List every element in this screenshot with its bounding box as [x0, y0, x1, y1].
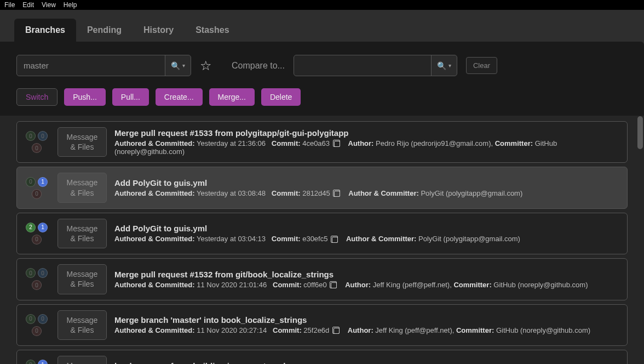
message-files-button[interactable]: Message& Files: [58, 310, 107, 340]
branch-search-dropdown[interactable]: 🔍 ▾: [165, 55, 191, 76]
merge-button[interactable]: Merge...: [209, 88, 255, 106]
copy-icon[interactable]: [334, 328, 340, 334]
tab-history[interactable]: History: [133, 19, 185, 42]
commit-list: 000Message& FilesMerge pull request #153…: [0, 116, 644, 364]
commit-row[interactable]: 000Message& FilesMerge pull request #153…: [16, 121, 628, 163]
commit-body: Add PolyGit to guis.ymlAuthored & Commit…: [114, 224, 620, 243]
badge: 0: [32, 143, 42, 153]
commit-title: Add PolyGit to guis.yml: [114, 224, 620, 233]
commit-row[interactable]: 010Message& Filesbook: remove force buil…: [16, 350, 628, 364]
commit-body: Merge pull request #1533 from polygitapp…: [114, 128, 620, 156]
create-button[interactable]: Create...: [156, 88, 203, 106]
badge: 0: [26, 314, 36, 324]
clear-button[interactable]: Clear: [466, 57, 497, 74]
compare-search-dropdown[interactable]: 🔍 ▾: [431, 55, 457, 76]
commit-badges: 000: [24, 131, 50, 153]
star-icon[interactable]: ☆: [200, 58, 212, 73]
badge: 0: [38, 268, 48, 278]
tab-bar: Branches Pending History Stashes: [0, 10, 644, 42]
badge: 1: [38, 177, 48, 187]
tab-branches[interactable]: Branches: [14, 19, 76, 42]
commit-row[interactable]: 010Message& FilesAdd PolyGit to guis.yml…: [16, 167, 628, 208]
menu-help[interactable]: Help: [64, 1, 77, 9]
search-icon: 🔍: [171, 61, 180, 70]
commit-meta: Authored & Committed: Yesterday at 03:08…: [114, 189, 620, 197]
commit-body: book: remove force building in compat mo…: [114, 361, 620, 364]
badge: 1: [38, 223, 48, 232]
badge: 0: [26, 268, 36, 278]
switch-button[interactable]: Switch: [16, 88, 58, 106]
copy-icon[interactable]: [334, 191, 340, 197]
commit-title: Merge pull request #1533 from polygitapp…: [114, 128, 620, 138]
branch-input-group: 🔍 ▾: [16, 55, 191, 76]
delete-button[interactable]: Delete: [261, 88, 301, 106]
scrollbar-thumb[interactable]: [637, 116, 643, 149]
search-icon: 🔍: [437, 61, 446, 70]
badge: 0: [38, 314, 48, 324]
commit-badges: 010: [24, 360, 50, 364]
badge: 1: [38, 360, 48, 364]
compare-input[interactable]: [294, 55, 431, 76]
commit-body: Merge pull request #1532 from git/book_l…: [114, 270, 620, 289]
badge: 0: [38, 131, 48, 141]
menu-file[interactable]: File: [4, 1, 15, 9]
copy-icon[interactable]: [334, 141, 340, 147]
caret-down-icon: ▾: [449, 62, 451, 69]
commit-meta: Authored & Committed: 11 Nov 2020 21:01:…: [114, 281, 620, 289]
badge: 2: [26, 223, 36, 232]
commit-title: Merge branch 'master' into book_localize…: [114, 315, 620, 325]
push-button[interactable]: Push...: [64, 88, 106, 106]
commit-badges: 010: [24, 177, 50, 199]
message-files-button[interactable]: Message& Files: [58, 173, 107, 202]
caret-down-icon: ▾: [182, 62, 185, 69]
badge: 0: [32, 235, 42, 244]
copy-icon[interactable]: [331, 282, 337, 288]
commit-badges: 000: [24, 268, 50, 290]
commit-meta: Authored & Committed: Yesterday at 03:04…: [114, 235, 620, 243]
message-files-button[interactable]: Message& Files: [58, 127, 107, 157]
commit-meta: Authored & Committed: 11 Nov 2020 20:27:…: [114, 326, 620, 334]
commit-title: Add PolyGit to guis.yml: [114, 178, 620, 187]
tab-pending[interactable]: Pending: [76, 19, 133, 42]
badge: 0: [26, 360, 36, 364]
tab-stashes[interactable]: Stashes: [185, 19, 240, 42]
menubar: File Edit View Help: [0, 0, 644, 10]
commit-body: Add PolyGit to guis.ymlAuthored & Commit…: [114, 178, 620, 197]
commit-title: book: remove force building in compat mo…: [114, 361, 620, 364]
branch-input[interactable]: [17, 55, 165, 76]
commit-row[interactable]: 000Message& FilesMerge branch 'master' i…: [16, 304, 628, 346]
menu-edit[interactable]: Edit: [22, 1, 34, 9]
toolbar: 🔍 ▾ ☆ Compare to... 🔍 ▾ Clear Switch Pus…: [0, 42, 644, 116]
menu-view[interactable]: View: [42, 1, 56, 9]
commit-title: Merge pull request #1532 from git/book_l…: [114, 270, 620, 279]
commit-row[interactable]: 000Message& FilesMerge pull request #153…: [16, 258, 628, 300]
commit-row[interactable]: 210Message& FilesAdd PolyGit to guis.yml…: [16, 213, 628, 254]
compare-to-label: Compare to...: [232, 61, 285, 71]
message-files-button[interactable]: Message& Files: [58, 356, 107, 364]
message-files-button[interactable]: Message& Files: [58, 264, 107, 294]
commit-body: Merge branch 'master' into book_localize…: [114, 315, 620, 334]
message-files-button[interactable]: Message& Files: [58, 219, 107, 248]
badge: 0: [32, 189, 42, 199]
badge: 0: [32, 326, 42, 336]
commit-badges: 210: [24, 223, 50, 244]
pull-button[interactable]: Pull...: [112, 88, 149, 106]
commit-meta: Authored & Committed: Yesterday at 21:36…: [114, 139, 620, 156]
badge: 0: [26, 177, 36, 187]
badge: 0: [32, 280, 42, 290]
compare-input-group: 🔍 ▾: [294, 55, 457, 76]
commit-badges: 000: [24, 314, 50, 336]
copy-icon[interactable]: [332, 237, 338, 243]
badge: 0: [26, 131, 36, 141]
